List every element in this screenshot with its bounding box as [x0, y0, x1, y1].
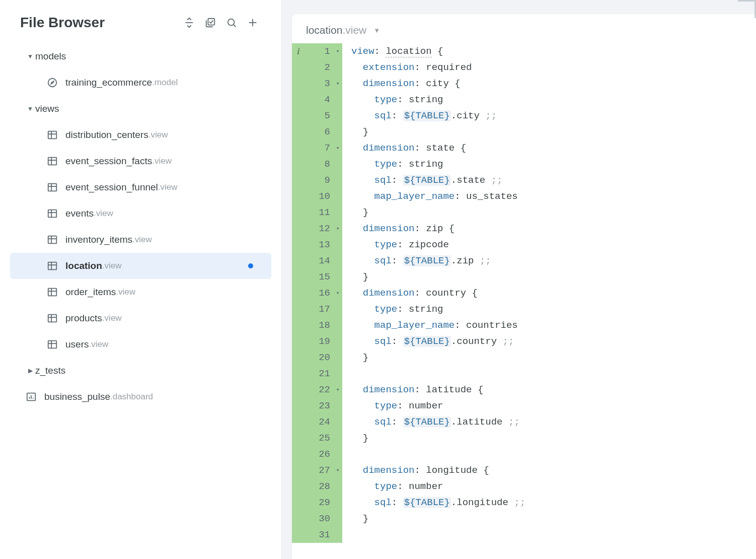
code-cell[interactable]: dimension: state {: [342, 140, 525, 156]
info-gutter[interactable]: [292, 140, 305, 156]
code-line[interactable]: 5 sql: ${TABLE}.city ;;: [292, 108, 525, 124]
info-gutter[interactable]: [292, 495, 305, 511]
fold-gutter[interactable]: [333, 188, 342, 204]
fold-gutter[interactable]: [333, 478, 342, 495]
fold-gutter[interactable]: [333, 350, 342, 366]
code-cell[interactable]: }: [342, 269, 525, 285]
code-line[interactable]: 8 type: string: [292, 156, 525, 172]
file-row[interactable]: products.view: [10, 305, 271, 331]
code-cell[interactable]: sql: ${TABLE}.latitude ;;: [342, 414, 525, 430]
info-gutter[interactable]: [292, 398, 305, 414]
fold-gutter[interactable]: [333, 269, 342, 285]
code-line[interactable]: 4 type: string: [292, 92, 525, 108]
code-line[interactable]: 24 sql: ${TABLE}.latitude ;;: [292, 414, 525, 430]
code-cell[interactable]: dimension: country {: [342, 285, 525, 301]
code-cell[interactable]: dimension: latitude {: [342, 382, 525, 398]
code-line[interactable]: 11 }: [292, 204, 525, 221]
file-row[interactable]: inventory_items.view: [10, 227, 271, 253]
info-gutter[interactable]: [292, 366, 305, 382]
file-row[interactable]: location.view: [10, 253, 271, 279]
code-line[interactable]: 3▾ dimension: city {: [292, 76, 525, 92]
code-cell[interactable]: sql: ${TABLE}.zip ;;: [342, 253, 525, 269]
info-gutter[interactable]: [292, 478, 305, 495]
info-gutter[interactable]: [292, 172, 305, 188]
fold-gutter[interactable]: [333, 108, 342, 124]
code-cell[interactable]: type: zipcode: [342, 237, 525, 253]
code-line[interactable]: 25 }: [292, 430, 525, 446]
info-gutter[interactable]: [292, 188, 305, 204]
code-line[interactable]: 16▾ dimension: country {: [292, 285, 525, 301]
code-cell[interactable]: type: number: [342, 478, 525, 495]
fold-gutter[interactable]: [333, 59, 342, 76]
fold-gutter[interactable]: [333, 398, 342, 414]
fold-gutter[interactable]: [333, 253, 342, 269]
code-cell[interactable]: [342, 446, 525, 462]
fold-gutter[interactable]: [333, 124, 342, 140]
code-cell[interactable]: sql: ${TABLE}.city ;;: [342, 108, 525, 124]
code-cell[interactable]: }: [342, 204, 525, 221]
editor-tab[interactable]: location.view ▼: [306, 24, 380, 36]
code-cell[interactable]: }: [342, 124, 525, 140]
code-cell[interactable]: view: location {: [342, 43, 525, 59]
code-line[interactable]: 6 }: [292, 124, 525, 140]
fold-gutter[interactable]: [333, 204, 342, 221]
fold-gutter[interactable]: ▾: [333, 140, 342, 156]
info-gutter[interactable]: [292, 333, 305, 350]
info-gutter[interactable]: [292, 269, 305, 285]
info-gutter[interactable]: [292, 124, 305, 140]
fold-gutter[interactable]: [333, 92, 342, 108]
search-icon[interactable]: [223, 14, 240, 31]
fold-gutter[interactable]: [333, 527, 342, 543]
code-line[interactable]: 30 }: [292, 511, 525, 527]
code-line[interactable]: 10 map_layer_name: us_states: [292, 188, 525, 204]
code-cell[interactable]: sql: ${TABLE}.longitude ;;: [342, 495, 525, 511]
resize-corner-icon[interactable]: [738, 0, 756, 18]
collapse-all-icon[interactable]: [181, 14, 198, 31]
info-gutter[interactable]: [292, 59, 305, 76]
code-line[interactable]: 27▾ dimension: longitude {: [292, 462, 525, 478]
fold-gutter[interactable]: [333, 237, 342, 253]
fold-gutter[interactable]: ▾: [333, 221, 342, 237]
code-cell[interactable]: type: string: [342, 92, 525, 108]
code-line[interactable]: 21: [292, 366, 525, 382]
code-line[interactable]: 15 }: [292, 269, 525, 285]
code-cell[interactable]: dimension: longitude {: [342, 462, 525, 478]
info-gutter[interactable]: [292, 446, 305, 462]
code-cell[interactable]: type: string: [342, 301, 525, 317]
fold-gutter[interactable]: [333, 495, 342, 511]
code-cell[interactable]: sql: ${TABLE}.state ;;: [342, 172, 525, 188]
code-cell[interactable]: }: [342, 430, 525, 446]
fold-gutter[interactable]: [333, 414, 342, 430]
code-line[interactable]: 31: [292, 527, 525, 543]
info-gutter[interactable]: [292, 237, 305, 253]
info-gutter[interactable]: [292, 527, 305, 543]
file-row[interactable]: event_session_funnel.view: [10, 174, 271, 200]
fold-gutter[interactable]: [333, 446, 342, 462]
code-cell[interactable]: [342, 527, 525, 543]
info-gutter[interactable]: [292, 430, 305, 446]
info-gutter[interactable]: [292, 462, 305, 478]
code-cell[interactable]: [342, 366, 525, 382]
info-gutter[interactable]: [292, 108, 305, 124]
code-cell[interactable]: sql: ${TABLE}.country ;;: [342, 333, 525, 350]
code-line[interactable]: 17 type: string: [292, 301, 525, 317]
info-gutter[interactable]: [292, 156, 305, 172]
fold-gutter[interactable]: ▾: [333, 462, 342, 478]
code-line[interactable]: 26: [292, 446, 525, 462]
folder-views[interactable]: ▼ views: [10, 96, 271, 122]
file-row[interactable]: events.view: [10, 200, 271, 227]
code-line[interactable]: 7▾ dimension: state {: [292, 140, 525, 156]
code-cell[interactable]: extension: required: [342, 59, 525, 76]
code-cell[interactable]: dimension: city {: [342, 76, 525, 92]
info-gutter[interactable]: [292, 511, 305, 527]
fold-gutter[interactable]: [333, 301, 342, 317]
code-cell[interactable]: }: [342, 511, 525, 527]
info-gutter[interactable]: [292, 76, 305, 92]
info-gutter[interactable]: [292, 350, 305, 366]
code-cell[interactable]: type: string: [342, 156, 525, 172]
info-gutter[interactable]: i: [292, 43, 305, 59]
code-cell[interactable]: type: number: [342, 398, 525, 414]
info-gutter[interactable]: [292, 253, 305, 269]
code-line[interactable]: 14 sql: ${TABLE}.zip ;;: [292, 253, 525, 269]
code-cell[interactable]: map_layer_name: us_states: [342, 188, 525, 204]
